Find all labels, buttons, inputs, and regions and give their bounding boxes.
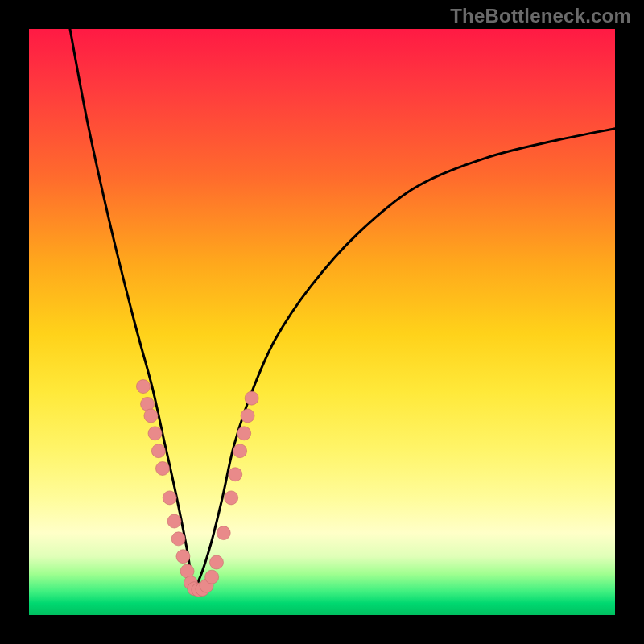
sample-dot <box>148 427 162 440</box>
plot-area <box>29 29 615 615</box>
sample-dot <box>167 514 181 528</box>
sample-dot <box>225 491 238 505</box>
bottleneck-curve <box>70 29 615 588</box>
sample-dot <box>209 555 223 569</box>
sample-dot <box>217 526 230 540</box>
sample-dot <box>176 550 190 564</box>
sample-dot <box>245 391 258 405</box>
sample-dot <box>163 491 176 505</box>
sample-dot <box>241 409 254 423</box>
sample-dot <box>151 444 165 458</box>
sample-dots <box>136 380 258 597</box>
sample-dot <box>237 427 251 440</box>
sample-dot <box>171 532 185 546</box>
bottleneck-curve-path <box>70 29 615 588</box>
sample-dot <box>136 380 150 394</box>
sample-dot <box>233 444 247 458</box>
chart-frame: TheBottleneck.com <box>0 0 644 644</box>
sample-dot <box>155 462 169 476</box>
sample-dot <box>205 570 219 584</box>
attribution-text: TheBottleneck.com <box>450 5 631 27</box>
sample-dot <box>229 468 242 481</box>
sample-dot <box>144 409 158 423</box>
curve-layer <box>29 29 615 615</box>
